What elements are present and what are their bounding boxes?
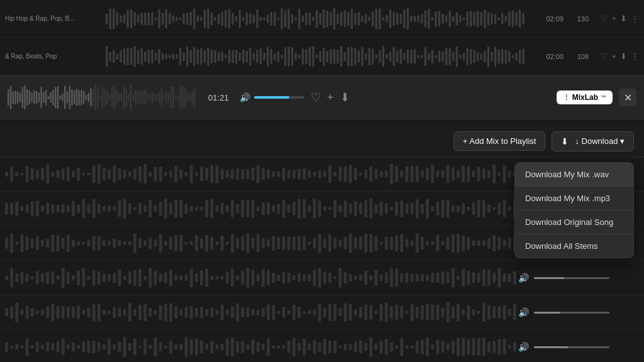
svg-rect-241 <box>10 86 11 109</box>
svg-rect-538 <box>97 236 101 250</box>
svg-rect-352 <box>169 171 172 178</box>
mixlab-icon: ⋮ <box>563 94 570 102</box>
mixlab-badge[interactable]: ⋮ MixLab ™ <box>557 90 613 104</box>
svg-rect-762 <box>221 304 224 320</box>
dropdown-item-wav[interactable]: Download My Mix .wav <box>515 163 633 187</box>
svg-rect-465 <box>236 204 239 213</box>
svg-rect-573 <box>277 238 280 249</box>
svg-rect-347 <box>143 164 147 184</box>
svg-rect-452 <box>169 203 172 215</box>
svg-rect-508 <box>457 206 460 212</box>
download-icon-active[interactable]: ⬇ <box>340 90 350 104</box>
dropdown-item-original[interactable]: Download Original Song <box>515 211 633 234</box>
svg-rect-773 <box>277 310 280 314</box>
svg-rect-814 <box>487 305 491 319</box>
svg-rect-653 <box>174 275 177 281</box>
dropdown-item-stems[interactable]: Download All Stems <box>515 234 633 258</box>
svg-rect-660 <box>210 276 213 280</box>
svg-rect-376 <box>292 169 296 178</box>
svg-rect-890 <box>364 343 367 351</box>
svg-rect-259 <box>52 89 53 105</box>
svg-rect-544 <box>128 241 131 245</box>
svg-rect-670 <box>262 268 265 287</box>
volume-icon-4[interactable]: 🔊 <box>518 307 529 317</box>
svg-rect-521 <box>10 234 13 253</box>
svg-rect-46 <box>267 14 269 23</box>
svg-rect-249 <box>29 90 30 104</box>
svg-rect-480 <box>313 199 316 218</box>
svg-rect-340 <box>108 169 111 179</box>
svg-rect-795 <box>390 306 393 319</box>
track-bpm-1: 108 <box>564 53 589 60</box>
svg-rect-833 <box>72 343 75 351</box>
svg-rect-572 <box>272 236 275 251</box>
heart-icon-1[interactable]: ♡ <box>600 52 608 61</box>
svg-rect-392 <box>375 169 378 180</box>
volume-slider[interactable] <box>254 96 304 99</box>
svg-rect-693 <box>380 275 383 282</box>
plus-icon-0[interactable]: + <box>611 14 616 23</box>
svg-rect-387 <box>349 165 352 184</box>
svg-rect-317 <box>189 94 191 102</box>
bottom-track-waveform-5 <box>5 333 518 361</box>
plus-icon-1[interactable]: + <box>611 52 616 61</box>
svg-rect-432 <box>67 206 70 212</box>
svg-rect-258 <box>50 92 52 103</box>
svg-rect-869 <box>257 342 260 352</box>
volume-icon[interactable]: 🔊 <box>240 92 250 102</box>
svg-rect-116 <box>512 10 514 27</box>
dropdown-item-mp3[interactable]: Download My Mix .mp3 <box>515 187 633 211</box>
svg-rect-200 <box>386 53 387 59</box>
svg-rect-743 <box>123 309 126 315</box>
svg-rect-716 <box>497 268 501 288</box>
close-button[interactable]: ✕ <box>619 89 636 106</box>
svg-rect-705 <box>441 271 445 284</box>
svg-rect-626 <box>36 271 39 284</box>
svg-rect-264 <box>64 86 65 109</box>
svg-rect-845 <box>133 338 136 355</box>
volume-icon-3[interactable]: 🔊 <box>518 273 529 283</box>
svg-rect-83 <box>396 13 398 25</box>
toolbar: + Add Mix to Playlist ⬇ ↓ Download ▾ <box>0 126 644 157</box>
svg-rect-139 <box>172 53 174 60</box>
heart-icon-0[interactable]: ♡ <box>600 14 608 23</box>
svg-rect-377 <box>297 169 301 179</box>
download-icon-0[interactable]: ⬇ <box>620 14 627 23</box>
svg-rect-688 <box>354 276 357 280</box>
svg-rect-124 <box>119 50 121 62</box>
svg-rect-78 <box>379 8 380 30</box>
svg-rect-505 <box>441 199 445 217</box>
svg-rect-231 <box>494 47 496 67</box>
svg-rect-460 <box>210 199 213 218</box>
svg-rect-907 <box>452 341 455 353</box>
plus-icon-active[interactable]: + <box>327 91 334 104</box>
svg-rect-610 <box>467 237 470 250</box>
svg-rect-797 <box>400 306 403 319</box>
add-mix-button[interactable]: + Add Mix to Playlist <box>453 131 546 151</box>
volume-slider-4[interactable] <box>534 312 609 314</box>
volume-slider-3[interactable] <box>534 277 609 279</box>
svg-rect-210 <box>421 55 423 58</box>
download-icon-1[interactable]: ⬇ <box>620 52 627 61</box>
svg-rect-355 <box>185 172 188 176</box>
svg-rect-296 <box>140 92 141 103</box>
svg-rect-59 <box>312 16 314 21</box>
svg-rect-40 <box>246 12 248 25</box>
svg-rect-492 <box>375 204 378 214</box>
bottom-track-waveform-3 <box>5 264 518 292</box>
svg-rect-481 <box>318 200 321 217</box>
svg-rect-846 <box>138 346 142 348</box>
download-button[interactable]: ⬇ ↓ Download ▾ <box>552 131 634 151</box>
svg-rect-744 <box>128 303 131 321</box>
svg-rect-56 <box>302 15 304 22</box>
volume-icon-5[interactable]: 🔊 <box>518 342 529 352</box>
svg-rect-582 <box>323 239 326 248</box>
svg-rect-790 <box>364 305 367 321</box>
svg-rect-280 <box>102 87 103 107</box>
svg-rect-883 <box>328 341 331 353</box>
svg-rect-782 <box>323 308 326 317</box>
svg-rect-774 <box>282 307 286 317</box>
heart-icon-active[interactable]: ♡ <box>311 90 321 104</box>
volume-slider-5[interactable] <box>534 346 609 348</box>
svg-rect-796 <box>395 305 398 320</box>
